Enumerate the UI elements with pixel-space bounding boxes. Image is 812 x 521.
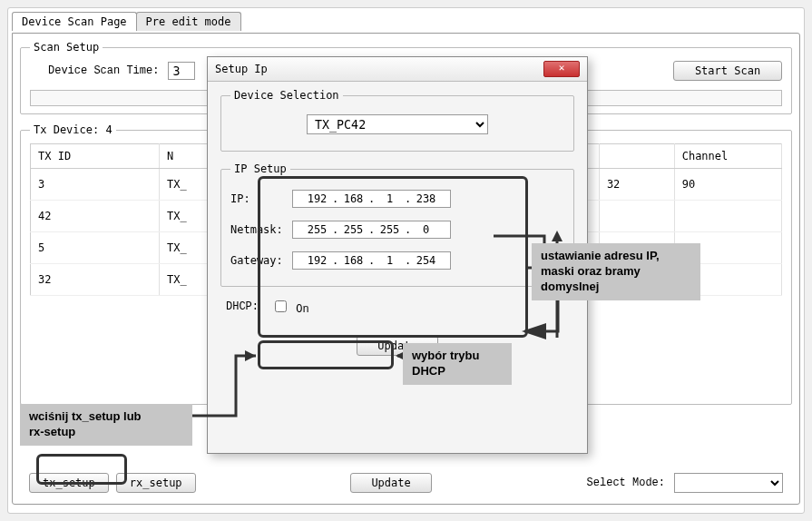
ip-oct[interactable]: 1 (377, 192, 403, 205)
ip-oct[interactable]: 254 (414, 254, 439, 267)
col-tx-id[interactable]: TX ID (31, 144, 160, 169)
ip-oct[interactable]: 192 (305, 192, 330, 205)
close-icon[interactable]: ✕ (543, 61, 580, 77)
setup-ip-dialog: Setup Ip ✕ Device Selection TX_PC42 IP S… (207, 56, 588, 454)
dhcp-checkbox[interactable] (275, 300, 287, 312)
ip-oct[interactable]: 168 (341, 192, 367, 205)
netmask-input[interactable]: 255. 255. 255. 0 (292, 221, 451, 239)
ip-oct[interactable]: 238 (414, 192, 439, 205)
scan-setup-legend: Scan Setup (30, 41, 103, 54)
gateway-label: Gateway: (230, 254, 292, 267)
device-selection-legend: Device Selection (230, 89, 343, 102)
netmask-label: Netmask: (230, 223, 292, 236)
device-selection-group: Device Selection TX_PC42 (220, 89, 574, 152)
ip-oct[interactable]: 1 (377, 254, 403, 267)
tx-device-legend: Tx Device: 4 (30, 123, 116, 136)
cell-id: 5 (31, 232, 160, 264)
update-button[interactable]: Update (350, 473, 432, 493)
cell-id: 42 (31, 201, 160, 232)
ip-oct[interactable]: 168 (341, 254, 367, 267)
ip-setup-legend: IP Setup (230, 162, 290, 175)
dhcp-on-wrap[interactable]: On (271, 298, 309, 316)
gateway-input[interactable]: 192. 168. 1. 254 (292, 251, 451, 270)
select-mode-label: Select Mode: (587, 477, 665, 489)
dhcp-label: DHCP: (226, 300, 259, 313)
tab-pre-edit[interactable]: Pre edit mode (136, 12, 241, 31)
annotation-dhcp: wybór trybu DHCP (403, 343, 512, 385)
ip-oct[interactable]: 255 (377, 223, 403, 236)
rx-setup-button[interactable]: rx_setup (116, 473, 196, 493)
tx-setup-button[interactable]: tx_setup (29, 473, 109, 493)
ip-oct[interactable]: 255 (341, 223, 367, 236)
ip-oct[interactable]: 255 (305, 223, 330, 236)
cell-channel: 90 (674, 169, 781, 201)
col-blank2[interactable] (599, 144, 674, 169)
cell-channel (674, 201, 781, 232)
annotation-txsetup: wciśnij tx_setup lub rx-setup (20, 404, 192, 446)
ip-input[interactable]: 192. 168. 1. 238 (292, 190, 451, 208)
scan-time-input[interactable] (168, 62, 195, 80)
cell-id: 32 (31, 264, 160, 296)
col-channel[interactable]: Channel (674, 144, 781, 169)
scan-time-label: Device Scan Time: (48, 64, 159, 77)
select-mode-dropdown[interactable] (674, 473, 783, 493)
ip-label: IP: (230, 192, 292, 205)
dhcp-on-label: On (296, 303, 308, 316)
start-scan-button[interactable]: Start Scan (673, 61, 782, 81)
ip-oct[interactable]: 192 (305, 254, 330, 267)
device-select[interactable]: TX_PC42 (307, 114, 488, 134)
cell-id: 3 (31, 169, 160, 201)
ip-setup-group: IP Setup IP: 192. 168. 1. 238 Netmask: 2… (220, 162, 574, 287)
cell-val: 32 (599, 169, 674, 201)
tab-device-scan[interactable]: Device Scan Page (12, 12, 137, 31)
cell-val (599, 201, 674, 232)
ip-oct[interactable]: 0 (414, 223, 439, 236)
dialog-title: Setup Ip (215, 63, 268, 75)
annotation-ip: ustawianie adresu IP, maski oraz bramy d… (532, 243, 700, 300)
